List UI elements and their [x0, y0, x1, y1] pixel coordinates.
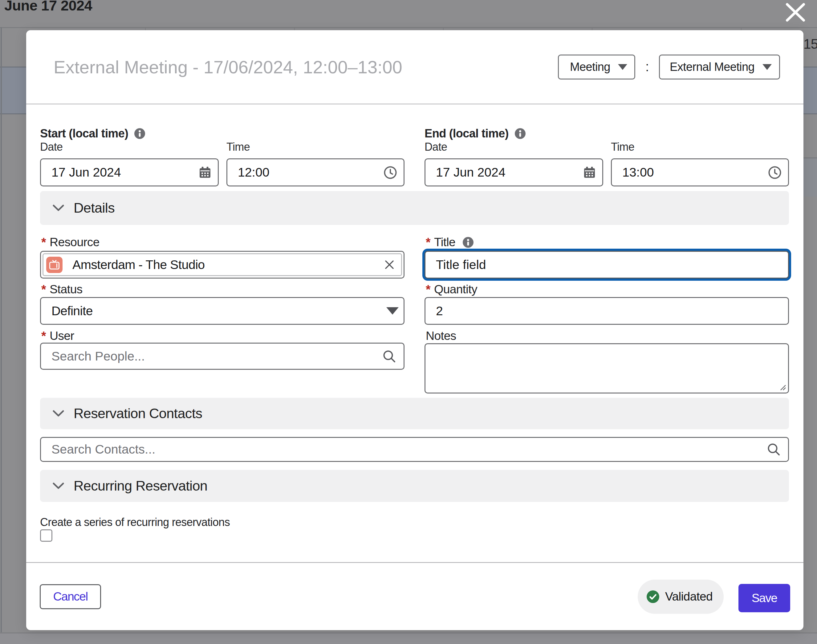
section-reservation-contacts[interactable]: Reservation Contacts — [40, 398, 789, 429]
end-time-input[interactable] — [622, 165, 768, 179]
reservation-type-value: Meeting — [570, 60, 610, 74]
title-group: * Title — [425, 225, 789, 279]
start-time-input[interactable] — [238, 165, 384, 179]
section-reservation-contacts-title: Reservation Contacts — [74, 405, 202, 422]
notes-label: Notes — [426, 329, 456, 343]
reservation-subtype-value: External Meeting — [670, 60, 754, 74]
notes-group: Notes — [425, 325, 789, 394]
dialog-body: Start (local time) Date — [26, 104, 803, 563]
end-group: End (local time) Date — [425, 127, 789, 186]
contacts-search-input[interactable] — [51, 442, 767, 457]
validated-label: Validated — [665, 590, 713, 603]
required-marker: * — [41, 282, 46, 296]
resource-value: Amsterdam - The Studio — [72, 258, 385, 272]
resource-group: * Resource Amsterdam - The Studio — [40, 225, 405, 279]
close-modal-button[interactable] — [785, 3, 806, 22]
start-time-label: Time — [227, 141, 405, 153]
dialog-footer: Cancel Validated Save — [26, 563, 803, 630]
resource-title-row: * Resource Amsterdam - The Studio — [40, 225, 789, 279]
user-label: User — [50, 329, 74, 343]
dialog-header: Meeting : External Meeting — [26, 30, 803, 104]
title-field — [425, 251, 789, 279]
clock-icon[interactable] — [384, 166, 397, 179]
calendar-gutter-line — [1, 27, 2, 632]
recurring-checkbox[interactable] — [40, 529, 52, 542]
quantity-input[interactable] — [436, 304, 781, 318]
end-time-label: Time — [611, 141, 789, 153]
start-label: Start (local time) — [40, 127, 128, 140]
validated-badge: Validated — [638, 580, 723, 614]
search-icon — [382, 350, 396, 363]
end-time-field — [611, 158, 789, 186]
start-date-field — [40, 158, 219, 186]
required-marker: * — [41, 329, 46, 343]
status-quantity-row: * Status Definite * Quantity — [40, 279, 789, 325]
quantity-label: Quantity — [434, 282, 477, 296]
user-search-input[interactable] — [51, 349, 382, 363]
resource-label: Resource — [50, 235, 100, 249]
clock-icon[interactable] — [768, 166, 781, 179]
section-details[interactable]: Details — [40, 191, 789, 225]
footer-actions: Validated Save — [638, 580, 790, 614]
close-icon — [785, 3, 806, 22]
calendar-time-label: 15 — [803, 36, 817, 52]
start-group: Start (local time) Date — [40, 127, 405, 186]
reservation-type-select[interactable]: Meeting — [558, 55, 635, 80]
start-date-input[interactable] — [51, 165, 199, 179]
calendar-icon[interactable] — [199, 166, 211, 178]
calendar-date-heading: June 17 2024 — [4, 0, 92, 14]
clear-icon[interactable] — [385, 260, 394, 270]
cancel-button[interactable]: Cancel — [40, 584, 101, 609]
notes-field — [425, 343, 789, 394]
info-icon[interactable] — [515, 128, 526, 139]
chevron-down-icon — [53, 410, 64, 417]
title-input[interactable] — [436, 258, 781, 272]
chevron-down-icon — [53, 483, 64, 489]
resource-selected-item: Amsterdam - The Studio — [43, 253, 402, 276]
end-date-input[interactable] — [436, 165, 584, 179]
chevron-down-icon — [386, 307, 399, 314]
start-date-label: Date — [40, 141, 219, 153]
required-marker: * — [41, 235, 46, 249]
quantity-field — [425, 297, 789, 325]
check-circle-icon — [647, 590, 659, 603]
status-label: Status — [50, 282, 83, 296]
calendar-header-divider — [0, 27, 817, 28]
recurring-checkbox-label: Create a series of recurring reservation… — [40, 517, 789, 528]
user-notes-row: * User Notes — [40, 325, 789, 394]
search-icon — [767, 443, 781, 456]
resize-grip-icon[interactable] — [779, 384, 786, 391]
chevron-down-icon — [53, 205, 64, 212]
contacts-search-field — [40, 437, 789, 462]
reservation-type-group: Meeting : External Meeting — [558, 55, 780, 80]
section-recurring-reservation[interactable]: Recurring Reservation — [40, 470, 789, 502]
calendar-icon[interactable] — [584, 166, 595, 178]
status-group: * Status Definite — [40, 279, 405, 325]
start-time-field — [227, 158, 405, 186]
section-recurring-reservation-title: Recurring Reservation — [74, 478, 207, 494]
notes-textarea[interactable] — [432, 348, 782, 388]
title-label: Title — [434, 235, 455, 249]
info-icon[interactable] — [463, 237, 474, 248]
reservation-subtype-select[interactable]: External Meeting — [659, 55, 780, 80]
calendar-bottom-area — [0, 633, 817, 644]
status-select[interactable]: Definite — [40, 297, 405, 325]
datetime-row: Start (local time) Date — [40, 127, 789, 186]
resource-type-icon — [46, 257, 63, 273]
tv-icon — [49, 260, 60, 270]
user-group: * User — [40, 325, 405, 394]
footer-divider — [26, 562, 803, 563]
status-value: Definite — [51, 304, 93, 318]
section-details-title: Details — [74, 200, 115, 216]
quantity-group: * Quantity — [425, 279, 789, 325]
end-date-label: Date — [425, 141, 603, 153]
resource-combobox[interactable]: Amsterdam - The Studio — [40, 251, 405, 279]
info-icon[interactable] — [134, 128, 145, 139]
reservation-dialog: Meeting : External Meeting Start (local … — [26, 30, 803, 630]
required-marker: * — [426, 235, 431, 249]
chevron-down-icon — [762, 64, 772, 70]
reservation-title-input[interactable] — [52, 57, 558, 77]
user-search-field — [40, 343, 405, 370]
type-separator: : — [645, 60, 649, 74]
save-button[interactable]: Save — [739, 584, 790, 612]
